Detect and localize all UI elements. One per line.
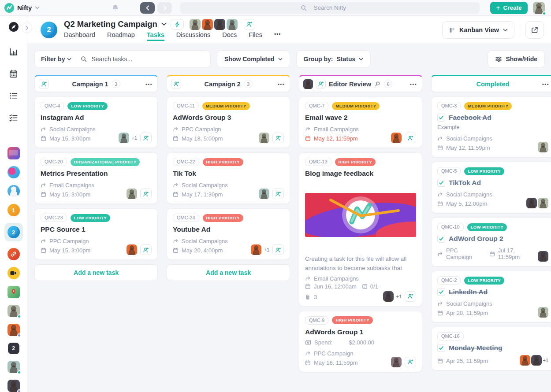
task-title: Youtube Ad bbox=[173, 226, 284, 233]
person-add-icon[interactable] bbox=[171, 79, 181, 89]
tab-tasks[interactable]: Tasks bbox=[147, 31, 164, 41]
task-id-chip: QMC-13 bbox=[305, 158, 331, 166]
project-icon-map[interactable] bbox=[7, 286, 20, 298]
task-card[interactable]: QMC-4 LOW PRIORITY Instagram Ad Social C… bbox=[34, 96, 158, 148]
assign-user-button[interactable] bbox=[272, 189, 284, 199]
notifications-bell-icon[interactable] bbox=[112, 4, 119, 12]
project-icon-2-active[interactable]: 2 bbox=[4, 223, 23, 241]
forward-button[interactable] bbox=[157, 2, 172, 14]
share-button[interactable] bbox=[525, 21, 544, 39]
more-icon[interactable]: ••• bbox=[278, 81, 285, 87]
more-icon[interactable]: ••• bbox=[145, 81, 153, 87]
list-icon[interactable] bbox=[9, 91, 18, 100]
add-task-button[interactable]: Add a new task bbox=[34, 264, 158, 281]
task-checkbox[interactable] bbox=[437, 288, 445, 296]
task-card[interactable]: QMC-24 HIGH PRIORITY Youtube Ad Social C… bbox=[167, 208, 290, 260]
view-switcher-button[interactable]: Kanban View bbox=[442, 21, 514, 39]
task-card[interactable]: QMC-9 HIGH PRIORITY AdWords Group 1 Spen… bbox=[299, 311, 422, 372]
more-icon[interactable]: ••• bbox=[410, 81, 417, 87]
topbar: Nifty + Create bbox=[0, 0, 551, 16]
project-icon-person[interactable] bbox=[7, 185, 20, 197]
task-checkbox[interactable] bbox=[437, 114, 445, 122]
project-icon-link[interactable] bbox=[7, 248, 20, 260]
task-card[interactable]: QMC-7 MEDIUM PRIORITY Email wave 2 Email… bbox=[299, 96, 422, 148]
group-by-dropdown[interactable]: Group by: Status bbox=[296, 50, 371, 68]
sidebar-expand-button[interactable] bbox=[22, 22, 32, 33]
task-search-input[interactable] bbox=[91, 55, 204, 63]
user-avatar[interactable] bbox=[533, 2, 545, 14]
custom-field-spend: Spend: $2,000.00 bbox=[305, 339, 416, 346]
person-add-icon[interactable] bbox=[316, 79, 326, 89]
priority-badge: HIGH PRIORITY bbox=[203, 214, 243, 222]
assign-user-button[interactable] bbox=[405, 357, 416, 367]
task-card[interactable]: QMC-20 ORGANIZATIONAL PRIORITY Metrics P… bbox=[34, 152, 158, 204]
my-work-icon[interactable] bbox=[9, 113, 18, 122]
task-card-completed[interactable]: QMC-16 Monday Meeting bbox=[431, 327, 551, 370]
automations-lightning-icon[interactable] bbox=[171, 19, 184, 30]
tab-discussions[interactable]: Discussions bbox=[176, 31, 210, 41]
project-icon-tv[interactable] bbox=[7, 147, 20, 159]
tab-more[interactable]: ••• bbox=[274, 31, 281, 41]
search-icon bbox=[301, 5, 307, 11]
brand-name[interactable]: Nifty bbox=[17, 4, 32, 11]
priority-badge: LOW PRIORITY bbox=[464, 277, 504, 285]
invite-member-button[interactable] bbox=[244, 19, 255, 30]
blog-image-attachment[interactable] bbox=[305, 193, 416, 237]
task-title: TikTok Ad bbox=[449, 179, 481, 187]
tab-docs[interactable]: Docs bbox=[222, 31, 237, 41]
assign-user-button[interactable] bbox=[405, 133, 416, 143]
chevron-down-icon[interactable] bbox=[35, 6, 40, 9]
priority-badge: LOW PRIORITY bbox=[71, 214, 110, 222]
assign-user-button[interactable] bbox=[405, 291, 416, 302]
task-card[interactable]: QMC-23 LOW PRIORITY PPC Source 1 PPC Cam… bbox=[34, 208, 158, 260]
global-search bbox=[180, 2, 480, 14]
member-avatar[interactable] bbox=[7, 380, 20, 392]
money-icon bbox=[305, 340, 311, 345]
nifty-logo-icon[interactable] bbox=[4, 3, 14, 13]
assign-user-button[interactable] bbox=[272, 244, 284, 255]
person-add-icon[interactable] bbox=[39, 79, 49, 89]
task-checkbox[interactable] bbox=[437, 235, 445, 243]
checkbox-check-icon bbox=[439, 180, 444, 185]
project-icon-camera[interactable] bbox=[7, 267, 20, 279]
assign-user-button[interactable] bbox=[140, 133, 152, 143]
task-checkbox[interactable] bbox=[437, 344, 445, 352]
milestone-row: Social Campaigns bbox=[437, 191, 492, 198]
show-hide-button[interactable]: Show/Hide bbox=[488, 50, 545, 68]
reports-icon[interactable] bbox=[9, 47, 18, 56]
assign-user-button[interactable] bbox=[272, 133, 284, 143]
task-card-completed[interactable]: QMC-10 LOW PRIORITY AdWord Group 2 bbox=[431, 218, 551, 266]
chevron-down-icon[interactable] bbox=[161, 22, 167, 26]
filter-by-dropdown[interactable]: Filter by bbox=[41, 55, 71, 63]
filter-bar: Filter by Show Completed Group by: Statu bbox=[34, 50, 551, 68]
task-card[interactable]: QMC-11 MEDIUM PRIORITY AdWords Group 3 P… bbox=[167, 96, 290, 148]
assignee-avatar bbox=[127, 189, 137, 199]
more-icon[interactable]: ••• bbox=[542, 81, 549, 87]
task-card-with-attachment[interactable]: QMC-13 HIGH PRIORITY Blog image feedback bbox=[299, 152, 422, 307]
add-task-button[interactable]: Add a new task bbox=[167, 264, 290, 281]
project-members[interactable] bbox=[190, 19, 238, 30]
project-icon-phone[interactable] bbox=[7, 166, 20, 178]
assign-user-button[interactable] bbox=[140, 189, 152, 199]
project-icon-1[interactable]: 1 bbox=[7, 204, 20, 216]
back-button[interactable] bbox=[140, 2, 155, 14]
discover-compass-icon[interactable] bbox=[8, 21, 19, 34]
task-card[interactable]: QMC-22 HIGH PRIORITY Tik Tok Social Camp… bbox=[167, 152, 290, 204]
global-search-input[interactable] bbox=[180, 4, 480, 11]
tab-files[interactable]: Files bbox=[249, 31, 262, 41]
create-button[interactable]: + Create bbox=[490, 2, 527, 14]
member-overflow-badge[interactable]: 2 bbox=[8, 343, 19, 354]
task-checkbox[interactable] bbox=[437, 179, 445, 187]
assign-user-button[interactable] bbox=[140, 244, 152, 255]
task-card-completed[interactable]: QMC-3 MEDIUM PRIORITY Facebook Ad Exampl… bbox=[431, 96, 551, 157]
tab-dashboard[interactable]: Dashboard bbox=[64, 31, 95, 41]
member-avatar[interactable] bbox=[7, 324, 20, 336]
calendar-nav-icon[interactable] bbox=[9, 69, 18, 78]
tab-roadmap[interactable]: Roadmap bbox=[107, 31, 135, 41]
calendar-icon bbox=[173, 192, 179, 197]
task-card-completed[interactable]: QMC-5 LOW PRIORITY TikTok Ad bbox=[431, 162, 551, 213]
member-avatar[interactable] bbox=[7, 361, 20, 373]
task-card-completed[interactable]: QMC-2 LOW PRIORITY LinkedIn Ad bbox=[431, 271, 551, 322]
member-avatar[interactable] bbox=[7, 305, 20, 317]
show-completed-dropdown[interactable]: Show Completed bbox=[217, 50, 290, 68]
